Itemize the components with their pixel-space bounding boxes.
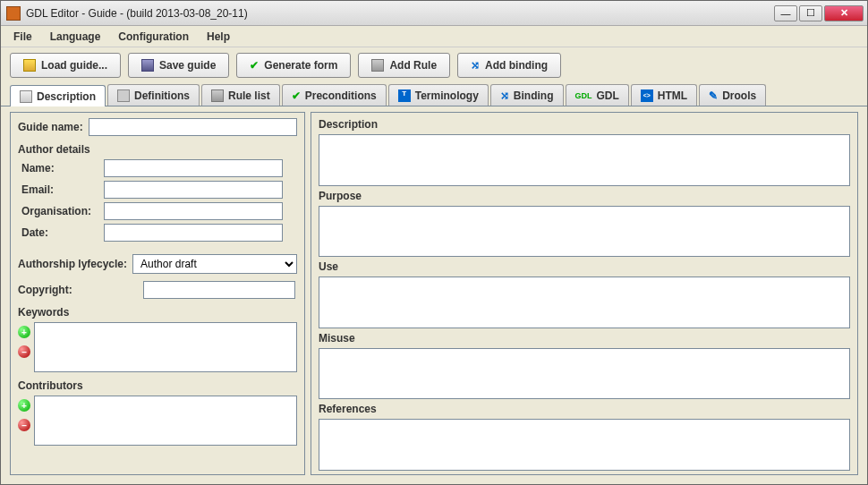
titlebar: GDL Editor - Guide - (build 2013-03-08_2… (1, 1, 867, 26)
binding-icon: ⤭ (471, 59, 480, 72)
keywords-listbox[interactable] (34, 322, 297, 372)
tab-gdl-label: GDL (597, 89, 619, 102)
description-label: Description (319, 116, 850, 132)
menu-language[interactable]: Language (43, 28, 108, 46)
tab-preconditions-label: Preconditions (305, 89, 377, 102)
add-contributor-button[interactable]: + (18, 399, 30, 412)
menu-help[interactable]: Help (200, 28, 237, 46)
terminology-icon: T (398, 89, 411, 102)
tab-preconditions[interactable]: ✔Preconditions (282, 84, 387, 106)
maximize-button[interactable]: ☐ (799, 5, 822, 21)
delete-contributor-button[interactable]: – (18, 419, 30, 431)
definitions-icon (117, 89, 130, 102)
tab-rulelist-label: Rule list (228, 89, 270, 102)
references-textarea[interactable] (319, 419, 850, 471)
copyright-input[interactable] (143, 281, 295, 299)
close-button[interactable]: ✕ (824, 5, 864, 21)
app-icon (6, 6, 21, 21)
references-label: References (319, 401, 850, 417)
tab-drools[interactable]: ✎Drools (699, 84, 766, 106)
load-guide-label: Load guide... (41, 59, 107, 72)
save-guide-button[interactable]: Save guide (128, 53, 229, 78)
misuse-label: Misuse (319, 330, 850, 346)
tab-terminology[interactable]: TTerminology (388, 84, 489, 106)
author-details-header: Author details (18, 143, 297, 156)
add-binding-label: Add binding (485, 59, 548, 72)
folder-icon (23, 59, 36, 72)
tab-terminology-label: Terminology (415, 89, 479, 102)
tab-description-label: Description (37, 90, 96, 103)
delete-keyword-button[interactable]: – (18, 345, 30, 358)
organisation-input[interactable] (104, 202, 283, 220)
use-label: Use (319, 259, 850, 275)
purpose-label: Purpose (319, 188, 850, 204)
gdl-icon: GDL (575, 91, 592, 100)
toolbar: Load guide... Save guide ✔Generate form … (1, 47, 867, 83)
right-panel: Description Purpose Use Misuse Reference… (311, 112, 858, 475)
lifecycle-select[interactable]: Author draft (132, 254, 297, 274)
copyright-label: Copyright: (18, 284, 77, 296)
tab-drools-label: Drools (722, 89, 756, 102)
description-icon (20, 90, 32, 103)
email-input[interactable] (104, 181, 283, 199)
name-label: Name: (21, 162, 98, 174)
save-guide-label: Save guide (159, 59, 216, 72)
description-textarea[interactable] (319, 134, 850, 186)
save-icon (141, 59, 154, 72)
date-label: Date: (21, 226, 98, 239)
add-binding-button[interactable]: ⤭Add binding (457, 53, 561, 78)
generate-form-button[interactable]: ✔Generate form (236, 53, 351, 78)
menu-file[interactable]: File (6, 28, 39, 46)
rulelist-icon (211, 89, 224, 102)
tab-html-label: HTML (658, 89, 687, 102)
contributors-header: Contributors (18, 379, 297, 392)
tab-binding[interactable]: ⤭Binding (490, 84, 564, 106)
lifecycle-label: Authorship lyfecycle: (18, 258, 127, 270)
html-icon: <> (641, 89, 653, 102)
add-rule-label: Add Rule (389, 59, 437, 72)
check-icon: ✔ (250, 59, 259, 72)
tab-gdl[interactable]: GDLGDL (566, 84, 629, 106)
generate-form-label: Generate form (264, 59, 337, 72)
left-panel: Guide name: Author details Name: Email: … (10, 112, 305, 475)
preconditions-icon: ✔ (292, 89, 301, 102)
tab-definitions-label: Definitions (134, 89, 190, 102)
guide-name-label: Guide name: (18, 121, 83, 133)
contributors-listbox[interactable] (34, 396, 297, 446)
window-title: GDL Editor - Guide - (build 2013-03-08_2… (26, 7, 774, 20)
tab-rulelist[interactable]: Rule list (201, 84, 280, 106)
add-rule-button[interactable]: Add Rule (358, 53, 450, 78)
purpose-textarea[interactable] (319, 206, 850, 258)
binding-tab-icon: ⤭ (500, 89, 509, 102)
drools-icon: ✎ (709, 89, 718, 102)
tabbar: Description Definitions Rule list ✔Preco… (1, 83, 867, 106)
minimize-button[interactable]: — (774, 5, 797, 21)
menubar: File Language Configuration Help (1, 26, 867, 47)
keywords-header: Keywords (18, 306, 297, 319)
menu-configuration[interactable]: Configuration (111, 28, 196, 46)
name-input[interactable] (104, 159, 283, 177)
guide-name-input[interactable] (89, 118, 297, 136)
date-input[interactable] (104, 224, 283, 242)
load-guide-button[interactable]: Load guide... (10, 53, 121, 78)
misuse-textarea[interactable] (319, 348, 850, 400)
use-textarea[interactable] (319, 277, 850, 328)
organisation-label: Organisation: (21, 205, 98, 217)
rule-icon (371, 59, 384, 72)
tab-definitions[interactable]: Definitions (107, 84, 200, 106)
email-label: Email: (21, 183, 98, 196)
tab-html[interactable]: <>HTML (631, 84, 697, 106)
tab-binding-label: Binding (514, 89, 554, 102)
tab-description[interactable]: Description (10, 85, 106, 106)
add-keyword-button[interactable]: + (18, 326, 30, 338)
